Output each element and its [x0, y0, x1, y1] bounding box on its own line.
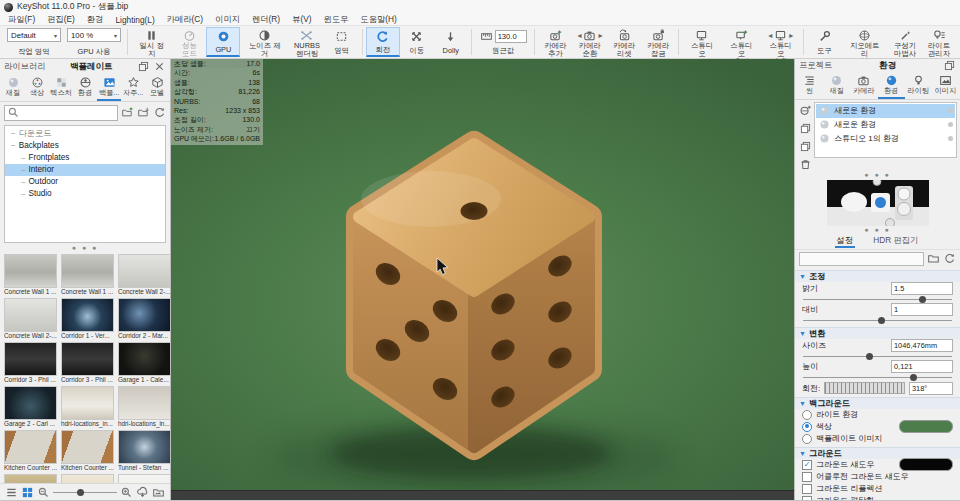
toolbar-gpu-button[interactable]: GPU	[206, 27, 240, 57]
environment-list-item[interactable]: 새로운 환경	[816, 118, 955, 132]
project-tab-3[interactable]: 환경	[878, 73, 905, 99]
project-tab-0[interactable]: 씬	[796, 73, 823, 99]
project-tab-2[interactable]: 카메라	[850, 73, 877, 99]
viewport-bottom-ribbon[interactable]	[171, 490, 794, 500]
detach-panel-icon[interactable]	[943, 59, 956, 72]
adjust-input[interactable]: 1.5	[891, 282, 953, 295]
rotation-ruler[interactable]	[824, 382, 905, 394]
toolbar-pan-button[interactable]: 이동	[400, 27, 434, 57]
duplicate-environment-icon[interactable]	[799, 122, 812, 135]
preview-splitter-handle[interactable]: ● ● ●	[864, 226, 891, 234]
toolbar-reset-camera-button[interactable]: 카메라 리셋	[607, 27, 641, 57]
color-swatch[interactable]	[899, 420, 953, 433]
refresh-icon[interactable]	[153, 106, 166, 119]
section-adjust[interactable]: ▼ 조정	[795, 270, 960, 282]
section-ground[interactable]: ▼ 그라운드	[795, 447, 960, 459]
backplate-thumbnail[interactable]	[118, 474, 170, 483]
library-tab-5[interactable]: 자주...	[121, 75, 145, 101]
toolbar-light-manager-button[interactable]: 라이트 관리자	[922, 27, 956, 57]
workspace-dropdown[interactable]: Default▾ 작업 영역	[4, 27, 64, 57]
checkbox-icon[interactable]	[802, 496, 812, 500]
toolbar-nurbs-render-button[interactable]: NURBS 렌더링	[289, 27, 325, 57]
adjust-slider[interactable]	[803, 295, 952, 304]
library-search-input[interactable]	[4, 105, 118, 121]
transform-slider[interactable]	[803, 352, 952, 361]
backplate-thumbnail[interactable]: hdri-locations_in...	[61, 386, 114, 428]
tree-item[interactable]: ‒Interior	[5, 164, 165, 176]
toolbar-tumble-button[interactable]: 회전	[366, 27, 400, 57]
tree-item[interactable]: ‒Studio	[5, 188, 165, 200]
cycle-prev-icon[interactable]: ◂	[577, 31, 581, 40]
toolbar-add-studio-button[interactable]: 스튜디오 추가	[722, 27, 761, 57]
backplate-thumbnail[interactable]: Concrete Wall 2-...	[118, 254, 170, 296]
tree-item[interactable]: ‒Frontplates	[5, 152, 165, 164]
copy-environment-icon[interactable]	[799, 140, 812, 153]
backplate-thumbnail[interactable]: Kitchen Counter ...	[61, 430, 114, 472]
menu-item[interactable]: 카메라(C)	[161, 14, 209, 25]
toolbar-lock-camera-button[interactable]: 카메라 잠금	[641, 27, 675, 57]
toolbar-configurator-button[interactable]: 구성기 마법사	[888, 27, 922, 57]
refresh-icon[interactable]	[943, 252, 956, 265]
folder-icon[interactable]	[927, 252, 940, 265]
cycle-prev-icon[interactable]: ◂	[768, 31, 772, 40]
toolbar-perspective-button[interactable]: 130.0원근값	[475, 27, 532, 57]
cycle-next-icon[interactable]: ▸	[789, 31, 793, 40]
backplate-thumbnail[interactable]: Garage 2 - Carl ...	[4, 386, 57, 428]
background-option-0[interactable]: 라이트 환경	[795, 409, 960, 421]
radio-icon[interactable]	[802, 410, 812, 420]
tree-item[interactable]: ‒Outdoor	[5, 176, 165, 188]
toolbar-cycle-studio-button[interactable]: ◂▸스튜디오 순환	[761, 27, 800, 57]
backplate-thumbnail[interactable]: Corridor 2 - Mar...	[118, 298, 170, 340]
adjust-input[interactable]: 1	[891, 303, 953, 316]
library-tab-1[interactable]: 색상	[25, 75, 49, 101]
menu-item[interactable]: 환경	[81, 14, 110, 25]
environment-subtab-0[interactable]: 설정	[835, 235, 856, 248]
library-tab-3[interactable]: 환경	[73, 75, 97, 101]
backplate-thumbnail[interactable]: Corridor 3 - Phil ...	[4, 342, 57, 384]
library-tab-6[interactable]: 모델	[145, 75, 169, 101]
gpu-usage-dropdown[interactable]: 100 %▾ GPU 사용	[64, 27, 124, 57]
transform-input[interactable]: 0,121	[891, 360, 953, 373]
grid-view-icon[interactable]	[21, 486, 34, 499]
close-panel-icon[interactable]	[153, 60, 166, 73]
ground-option-2[interactable]: 그라운드 리플렉션	[795, 483, 960, 495]
zoom-out-icon[interactable]	[37, 486, 50, 499]
cloud-download-icon[interactable]	[136, 486, 149, 499]
toolbar-geometry-view-button[interactable]: 지오메트리 뷰	[841, 27, 888, 57]
ground-option-3[interactable]: 그라운드 평탄화	[795, 495, 960, 500]
panel-splitter-handle[interactable]: ● ● ●	[795, 171, 960, 179]
toolbar-studio-button[interactable]: 스튜디오	[682, 27, 721, 57]
menu-item[interactable]: 렌더(R)	[246, 14, 286, 25]
backplate-thumbnail[interactable]: Concrete Wall 1 ...	[61, 254, 114, 296]
library-tab-4[interactable]: 백플...	[97, 75, 121, 101]
menu-item[interactable]: 뷰(V)	[286, 14, 317, 25]
toolbar-dolly-button[interactable]: Dolly	[434, 27, 468, 57]
zoom-in-icon[interactable]	[120, 486, 133, 499]
menu-item[interactable]: 편집(E)	[41, 14, 81, 25]
library-tab-0[interactable]: 재질	[1, 75, 25, 101]
radio-icon[interactable]	[802, 434, 812, 444]
backplate-thumbnail[interactable]: Corridor 1 - Ver...	[61, 298, 114, 340]
realtime-viewport[interactable]: 초당 샘플:17.0시간:6s샘플:138삼각형:81,226NURBS:68R…	[171, 59, 794, 500]
environment-list-item[interactable]: 스튜디오 1의 환경	[816, 132, 955, 146]
background-option-1[interactable]: 색상	[795, 421, 960, 433]
color-swatch[interactable]	[899, 458, 953, 471]
list-view-icon[interactable]	[5, 486, 18, 499]
checkbox-icon[interactable]: ✓	[802, 460, 812, 470]
backplate-thumbnail[interactable]: Kitchen Counter ...	[4, 430, 57, 472]
hdr-environment-preview[interactable]	[827, 180, 929, 226]
cycle-next-icon[interactable]: ▸	[598, 31, 602, 40]
transform-input[interactable]: 1046,476mm	[891, 339, 953, 352]
import-folder-icon[interactable]	[137, 106, 150, 119]
section-background[interactable]: ▼ 백그라운드	[795, 397, 960, 409]
delete-environment-icon[interactable]	[799, 158, 812, 171]
menu-item[interactable]: Lighting(L)	[109, 15, 160, 25]
adjust-slider[interactable]	[803, 316, 952, 325]
ground-option-0[interactable]: ✓그라운드 섀도우	[795, 459, 960, 471]
backplate-thumbnail[interactable]	[61, 474, 114, 483]
menu-item[interactable]: 이미지	[209, 14, 246, 25]
environment-list-item[interactable]: 새로운 환경	[816, 104, 955, 118]
tree-item[interactable]: −다운로드	[5, 128, 165, 140]
backplate-thumbnail[interactable]: hdri-locations_in...	[118, 386, 170, 428]
backplate-thumbnail[interactable]: Tunnel - Stefan ...	[118, 430, 170, 472]
